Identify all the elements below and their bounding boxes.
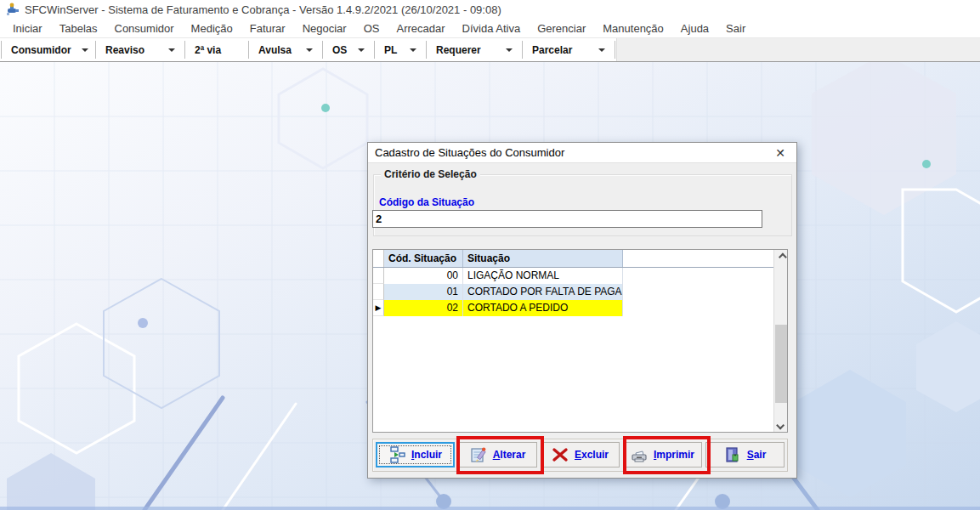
cell-code: 02 (384, 300, 463, 316)
excluir-button[interactable]: Excluir (541, 442, 620, 468)
incluir-label: Incluir (411, 449, 442, 461)
dialog-cadastro-situacoes: Cadastro de Situações do Consumidor ✕ Cr… (367, 142, 797, 479)
window-title: SFCWinServer - Sistema de Faturamento e … (25, 3, 501, 16)
toolbar-button-parcelar[interactable]: Parcelar (524, 38, 614, 61)
exit-door-icon (724, 446, 741, 463)
toolbar-separator (184, 41, 185, 59)
sair-label: Sair (747, 449, 767, 461)
app-icon (6, 3, 20, 16)
table-row[interactable]: 00 LIGAÇÃO NORMAL (373, 268, 773, 284)
cell-code: 00 (384, 268, 463, 284)
imprimir-button[interactable]: Imprimir (623, 442, 702, 468)
menu-manutencao[interactable]: Manutenção (594, 20, 672, 37)
excluir-label: Excluir (575, 449, 609, 461)
alterar-label: Alterar (493, 449, 526, 461)
menu-sair[interactable]: Sair (717, 20, 754, 37)
grid-indicator-header (373, 250, 384, 267)
cell-code: 01 (384, 284, 463, 300)
column-header-cod-situacao[interactable]: Cód. Situação (384, 250, 463, 267)
groupbox-title: Critério de Seleção (381, 168, 480, 180)
table-row-selected[interactable]: ▶ 02 CORTADO A PEDIDO (373, 300, 773, 316)
toolbar-button-consumidor[interactable]: Consumidor (3, 38, 94, 61)
toolbar-button-avulsa[interactable]: Avulsa (250, 38, 321, 61)
row-indicator-current: ▶ (373, 300, 384, 316)
menu-arrecadar[interactable]: Arrecadar (388, 20, 453, 37)
toolbar-button-2a-via[interactable]: 2ª via (186, 38, 247, 61)
situacoes-grid: Cód. Situação Situação 00 LIGAÇÃO NORMAL… (372, 249, 788, 433)
codigo-situacao-label: Código da Situação (379, 196, 474, 208)
chevron-down-icon (306, 48, 313, 52)
toolbar-separator (522, 41, 523, 59)
toolbar-separator (1, 41, 2, 59)
menu-gerenciar[interactable]: Gerenciar (529, 20, 594, 37)
toolbar-separator (322, 41, 323, 59)
menu-consumidor[interactable]: Consumidor (106, 20, 183, 37)
cell-name: LIGAÇÃO NORMAL (463, 268, 623, 284)
menu-iniciar[interactable]: Iniciar (4, 20, 51, 37)
current-row-marker-icon: ▶ (376, 304, 382, 312)
toolbar-button-label: Parcelar (532, 44, 572, 56)
menu-ajuda[interactable]: Ajuda (672, 20, 717, 37)
chevron-down-icon (168, 48, 175, 52)
chevron-down-icon (82, 48, 88, 52)
toolbar-separator (426, 41, 427, 59)
window-titlebar: SFCWinServer - Sistema de Faturamento e … (0, 0, 980, 19)
delete-x-icon (552, 446, 569, 463)
toolbar-button-label: Reaviso (105, 44, 144, 56)
menu-tabelas[interactable]: Tabelas (51, 20, 106, 37)
cell-name: CORTADO POR FALTA DE PAGAME (463, 284, 623, 300)
column-header-situacao[interactable]: Situação (463, 250, 623, 267)
toolbar-button-requerer[interactable]: Requerer (428, 38, 521, 61)
toolbar-button-label: Requerer (436, 44, 481, 56)
toolbar-separator (95, 41, 96, 59)
toolbar-button-label: 2ª via (195, 44, 221, 56)
dialog-titlebar[interactable]: Cadastro de Situações do Consumidor ✕ (368, 143, 796, 163)
toolbar: Consumidor Reaviso 2ª via Avulsa OS PL R… (0, 37, 980, 62)
menu-faturar[interactable]: Faturar (241, 20, 294, 37)
sair-button[interactable]: Sair (705, 442, 785, 468)
toolbar-button-label: Avulsa (258, 44, 292, 56)
dialog-title: Cadastro de Situações do Consumidor (375, 146, 771, 159)
insert-record-icon (388, 446, 405, 463)
scroll-down-icon[interactable] (774, 418, 788, 432)
alterar-button[interactable]: Alterar (458, 442, 537, 468)
row-indicator (373, 268, 384, 284)
chevron-down-icon (598, 48, 605, 52)
chevron-down-icon (410, 48, 416, 52)
menu-bar: Iniciar Tabelas Consumidor Medição Fatur… (0, 19, 980, 37)
cell-name: CORTADO A PEDIDO (463, 300, 623, 316)
toolbar-button-os[interactable]: OS (324, 38, 373, 61)
toolbar-separator (248, 41, 249, 59)
grid-inner: Cód. Situação Situação 00 LIGAÇÃO NORMAL… (373, 250, 773, 432)
scrollbar-thumb[interactable] (775, 325, 787, 403)
row-indicator (373, 284, 384, 300)
menu-divida-ativa[interactable]: Dívida Ativa (454, 20, 530, 37)
codigo-situacao-input[interactable] (372, 210, 762, 228)
toolbar-button-label: OS (332, 44, 347, 56)
toolbar-button-reaviso[interactable]: Reaviso (97, 38, 184, 61)
toolbar-button-label: PL (384, 44, 397, 56)
toolbar-empty-area (616, 38, 980, 61)
edit-pencil-icon (470, 446, 487, 463)
toolbar-button-pl[interactable]: PL (376, 38, 425, 61)
dialog-body: Critério de Seleção Código da Situação C… (368, 163, 796, 478)
menu-os[interactable]: OS (355, 20, 388, 37)
vertical-scrollbar[interactable] (773, 250, 787, 432)
toolbar-button-label: Consumidor (11, 44, 71, 56)
grid-header-row: Cód. Situação Situação (373, 250, 773, 268)
menu-negociar[interactable]: Negociar (294, 20, 355, 37)
chevron-down-icon (358, 48, 365, 52)
toolbar-separator (615, 41, 615, 59)
table-row[interactable]: 01 CORTADO POR FALTA DE PAGAME (373, 284, 773, 300)
imprimir-label: Imprimir (654, 449, 694, 461)
dialog-button-panel: Incluir Alterar Excluir (372, 439, 788, 472)
printer-icon (631, 446, 648, 463)
menu-medicao[interactable]: Medição (183, 20, 241, 37)
incluir-button[interactable]: Incluir (376, 442, 455, 468)
chevron-down-icon (506, 48, 513, 52)
close-icon[interactable]: ✕ (771, 146, 790, 160)
toolbar-separator (374, 41, 375, 59)
scroll-up-icon[interactable] (774, 250, 788, 264)
